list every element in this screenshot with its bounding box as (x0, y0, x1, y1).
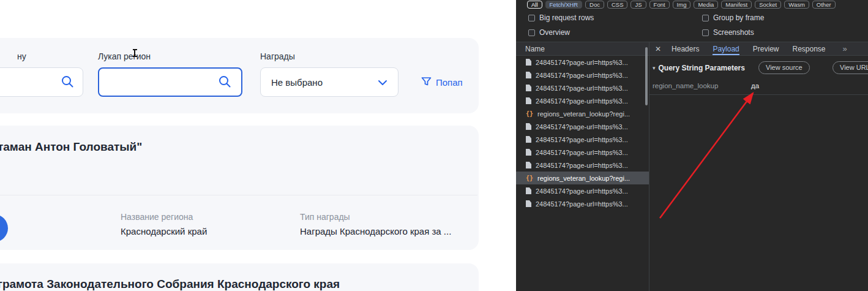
overview-checkbox[interactable]: Overview (528, 28, 570, 37)
checkbox-icon (528, 29, 535, 36)
filter-chip-manifest[interactable]: Manifest (721, 1, 752, 9)
award-type-value: Награды Краснодарского края за ... (300, 226, 451, 236)
group-by-frame-checkbox[interactable]: Group by frame (702, 13, 764, 22)
filter-chip-doc[interactable]: Doc (585, 1, 604, 9)
filter-chip-all[interactable]: All (527, 1, 542, 9)
request-list: Name 24845174?page-url=https%3... 248451… (516, 42, 649, 291)
name-column-header-label: Name (525, 45, 545, 53)
filter-chip-css[interactable]: CSS (607, 1, 628, 9)
document-icon (526, 149, 531, 156)
filter-chip-wasm[interactable]: Wasm (784, 1, 809, 9)
request-row[interactable]: 24845174?page-url=https%3... (516, 81, 649, 94)
entry-title: таман Антон Головатый" (0, 140, 142, 154)
screen: ну Лукап регион Награды Не выбрано Попап… (0, 0, 868, 291)
document-icon (526, 72, 531, 78)
request-detail-pane: ✕ Headers Payload Preview Response » ▾ Q… (649, 42, 868, 291)
filter-chip-js[interactable]: JS (630, 1, 646, 9)
section-title: Query String Parameters (659, 64, 745, 72)
search-icon (61, 75, 74, 88)
request-row[interactable]: 24845174?page-url=https%3... (516, 94, 649, 107)
close-icon[interactable]: ✕ (655, 45, 661, 53)
divider (0, 195, 477, 195)
list-scrollbar-thumb[interactable] (645, 47, 648, 105)
screenshots-checkbox[interactable]: Screenshots (702, 28, 754, 37)
devtools-network-panel: All Fetch/XHR Doc CSS JS Font Img Media … (516, 0, 868, 291)
network-grid: Name 24845174?page-url=https%3... 248451… (516, 42, 868, 291)
json-icon: {} (526, 110, 533, 117)
request-row[interactable]: 24845174?page-url=https%3... (516, 56, 649, 69)
request-row[interactable]: {}regions_veteran_lookup?regi... (516, 107, 649, 120)
document-icon (526, 187, 531, 194)
tab-payload[interactable]: Payload (713, 42, 739, 55)
request-row[interactable]: 24845174?page-url=https%3... (516, 146, 649, 159)
chevron-down-icon (378, 77, 387, 88)
query-string-parameters-toggle[interactable]: ▾ Query String Parameters (653, 64, 745, 72)
query-param-name: region_name_lookup (653, 82, 751, 89)
filter-chip-other[interactable]: Other (812, 1, 836, 9)
name-column-header[interactable]: Name (516, 42, 649, 56)
region-name-label: Название региона (121, 212, 193, 222)
popup-filter-label: Попап (436, 77, 463, 88)
group-by-frame-label: Group by frame (713, 13, 764, 22)
document-icon (526, 123, 531, 130)
request-row[interactable]: 24845174?page-url=https%3... (516, 133, 649, 146)
query-param-value: да (751, 82, 759, 89)
awards-select-value: Не выбрано (271, 77, 323, 88)
request-row[interactable]: 24845174?page-url=https%3... (516, 159, 649, 172)
tab-response[interactable]: Response (792, 42, 825, 55)
document-icon (526, 162, 531, 168)
next-entry-title: грамота Законодательного Собрания Красно… (0, 278, 340, 291)
funnel-icon (421, 77, 432, 88)
request-type-filter-bar: All Fetch/XHR Doc CSS JS Font Img Media … (527, 1, 836, 9)
request-row[interactable]: 24845174?page-url=https%3... (516, 120, 649, 133)
document-icon (526, 97, 531, 104)
filter-chip-socket[interactable]: Socket (755, 1, 781, 9)
checkbox-icon (702, 29, 709, 36)
awards-label: Награды (260, 51, 295, 61)
checkbox-icon (528, 15, 535, 21)
request-row[interactable]: 24845174?page-url=https%3... (516, 197, 649, 210)
screenshots-label: Screenshots (713, 28, 754, 37)
tab-headers[interactable]: Headers (672, 42, 699, 55)
more-tabs-icon[interactable]: » (843, 44, 847, 53)
document-icon (526, 136, 531, 143)
region-lookup-label: Лукап регион (98, 51, 151, 61)
big-request-rows-checkbox[interactable]: Big request rows (528, 13, 594, 22)
query-param-row: region_name_lookup да (653, 82, 868, 89)
search-icon (218, 75, 231, 88)
caret-down-icon: ▾ (653, 65, 656, 71)
filter-chip-fetch-xhr[interactable]: Fetch/XHR (545, 1, 582, 9)
request-row[interactable]: 24845174?page-url=https%3... (516, 184, 649, 197)
awards-select[interactable]: Не выбрано (260, 67, 398, 97)
text-cursor-pointer (134, 49, 135, 57)
overview-label: Overview (539, 28, 570, 37)
web-page: ну Лукап регион Награды Не выбрано Попап… (0, 0, 516, 291)
popup-filter-button[interactable]: Попап (421, 75, 463, 89)
document-icon (526, 59, 531, 66)
truncated-field-label: ну (17, 51, 26, 61)
view-url-encoded-button[interactable]: View URL-encoded (832, 61, 868, 74)
detail-tabs-bar: ✕ Headers Payload Preview Response » (649, 42, 868, 56)
query-string-parameters-section: ▾ Query String Parameters View source Vi… (649, 56, 868, 95)
tab-preview[interactable]: Preview (753, 42, 779, 55)
request-row[interactable]: 24845174?page-url=https%3... (516, 69, 649, 81)
view-source-button[interactable]: View source (758, 61, 810, 74)
request-row-selected[interactable]: {}regions_veteran_lookup?regi... (516, 172, 649, 184)
document-icon (526, 200, 531, 207)
document-icon (526, 85, 531, 91)
json-icon: {} (526, 175, 533, 181)
checkbox-icon (702, 15, 709, 21)
region-name-value: Краснодарский край (121, 226, 207, 236)
award-type-label: Тип награды (300, 212, 350, 222)
filter-chip-font[interactable]: Font (649, 1, 670, 9)
filter-chip-media[interactable]: Media (694, 1, 718, 9)
filter-chip-img[interactable]: Img (673, 1, 691, 9)
big-request-rows-label: Big request rows (539, 13, 594, 22)
